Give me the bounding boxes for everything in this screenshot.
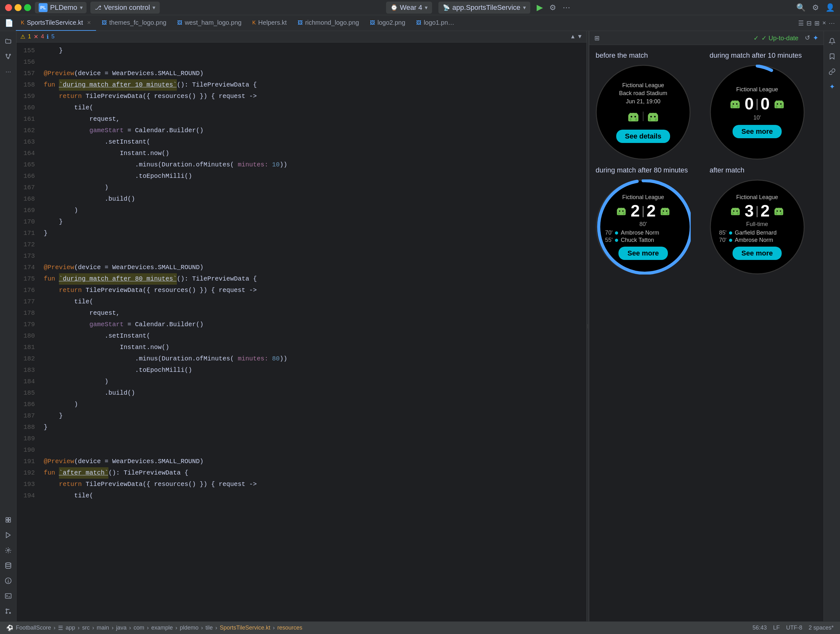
error-badge[interactable]: ✕ 4 xyxy=(33,33,44,40)
code-content-area[interactable]: 155 156 157 158 159 160 161 162 163 164 … xyxy=(16,43,586,621)
tab-west-ham-logo[interactable]: 🖼 west_ham_logo.png xyxy=(172,15,246,31)
svg-rect-3 xyxy=(6,518,8,520)
run-button[interactable]: ▶ xyxy=(537,3,543,13)
code-line-191: @Preview(device = WearDevices.SMALL_ROUN… xyxy=(44,456,586,467)
search-button[interactable]: 🔍 xyxy=(796,3,806,12)
sidebar-warning-icon[interactable] xyxy=(2,574,14,587)
settings-button[interactable]: ⚙ xyxy=(812,3,819,12)
see-details-button[interactable]: See details xyxy=(616,130,670,143)
code-line-165: .minus(Duration.ofMinutes( minutes: 10)) xyxy=(44,159,586,171)
android-icon-home-1 xyxy=(626,109,640,123)
code-line-162: gameStart = Calendar.Builder() xyxy=(44,125,586,136)
indent-indicator: 2 spaces* xyxy=(808,625,834,631)
titlebar-center: ⌚ Wear 4 ▾ 📡 app.SportsTileService ▾ ▶ ⚙… xyxy=(164,2,793,14)
sidebar-plugins-icon[interactable] xyxy=(2,514,14,526)
service-selector[interactable]: 📡 app.SportsTileService ▾ xyxy=(438,2,530,14)
svg-point-47 xyxy=(622,210,624,212)
sidebar-terminal-icon[interactable] xyxy=(2,590,14,602)
svg-rect-36 xyxy=(737,105,738,108)
breadcrumb-text-7: example xyxy=(151,625,173,631)
nav-up-icon[interactable]: ▲ xyxy=(570,33,576,40)
resize-handle[interactable]: ⋮ xyxy=(586,31,589,621)
right-panel-bookmarks-icon[interactable] xyxy=(826,50,838,63)
score-away-3: 2 xyxy=(647,201,656,220)
sidebar-git2-icon[interactable] xyxy=(2,605,14,618)
sidebar-run-configs-icon[interactable] xyxy=(2,529,14,541)
project-selector[interactable]: PL PLDemo ▾ xyxy=(35,2,87,13)
code-line-163: .setInstant( xyxy=(44,136,586,148)
wear-selector[interactable]: ⌚ Wear 4 ▾ xyxy=(386,2,433,14)
score-divider-3: | xyxy=(641,204,644,217)
svg-point-14 xyxy=(6,609,7,610)
code-editor: ⚠ 1 ✕ 4 ℹ 5 ▲ ▼ 155 156 157 158 xyxy=(16,31,586,621)
debug-button[interactable]: ⚙ xyxy=(549,3,556,12)
code-line-173 xyxy=(44,250,586,262)
scorer-dot-4 xyxy=(729,239,732,242)
code-line-186: ) xyxy=(44,399,586,410)
split-vertical-icon[interactable]: ⊟ xyxy=(807,19,812,27)
preview-grid-icon[interactable]: ⊞ xyxy=(594,34,600,42)
code-line-160: tile( xyxy=(44,102,586,114)
right-panel-link-icon[interactable] xyxy=(826,65,838,78)
score-home-4: 3 xyxy=(745,201,754,220)
profile-icon[interactable]: 👤 xyxy=(826,3,835,12)
more-run-icon[interactable]: ⋯ xyxy=(563,3,570,12)
sidebar-db-icon[interactable] xyxy=(2,559,14,572)
minimize-button[interactable] xyxy=(14,4,22,11)
code-line-168: .build() xyxy=(44,193,586,205)
tab-richmond-logo[interactable]: 🖼 richmond_logo.png xyxy=(292,15,364,31)
tab-close-SportsTileService[interactable]: ✕ xyxy=(87,20,91,26)
score-divider-2: | xyxy=(756,97,758,110)
scorer2-name-4: Ambrose Norm xyxy=(735,237,773,243)
tab-label-west-ham-logo: west_ham_logo.png xyxy=(185,19,242,26)
sidebar-design-icon[interactable] xyxy=(2,544,14,557)
svg-point-40 xyxy=(780,103,782,105)
sidebar-git-icon[interactable] xyxy=(2,50,14,63)
right-panel-notifications-icon[interactable] xyxy=(826,35,838,47)
collapse-icon[interactable]: × xyxy=(822,19,826,27)
tab-logo1[interactable]: 🖼 logo1.pn… xyxy=(411,15,459,31)
tab-SportsTileService[interactable]: K SportsTileService.kt ✕ xyxy=(16,15,96,31)
see-more-button-2[interactable]: See more xyxy=(619,247,668,260)
code-line-182: .minus(Duration.ofMinutes( minutes: 80)) xyxy=(44,353,586,365)
svg-point-52 xyxy=(663,210,664,212)
tab-list-icon[interactable]: ☰ xyxy=(798,19,804,27)
sidebar-folder-icon[interactable] xyxy=(2,35,14,47)
watch-minute-2: 10' xyxy=(753,114,761,121)
code-line-166: .toEpochMilli() xyxy=(44,171,586,182)
split-horizontal-icon[interactable]: ⊞ xyxy=(814,19,820,27)
tab-themes-logo[interactable]: 🖼 themes_fc_logo.png xyxy=(97,15,172,31)
project-name: PLDemo xyxy=(50,3,77,12)
version-control-button[interactable]: ⎇ Version control ▾ xyxy=(90,2,160,14)
preview-sparkle-icon[interactable]: ✦ xyxy=(813,34,818,42)
sidebar-more-icon[interactable]: ⋯ xyxy=(2,65,14,78)
watch-during-10: Fictional League xyxy=(710,65,805,160)
preview-refresh-icon[interactable]: ↺ xyxy=(805,34,810,42)
nav-down-icon[interactable]: ▼ xyxy=(577,33,583,40)
svg-point-27 xyxy=(654,116,656,117)
info-badge[interactable]: ℹ 5 xyxy=(47,33,55,40)
code-line-167: ) xyxy=(44,182,586,193)
close-button[interactable] xyxy=(5,4,12,11)
right-panel-ai-icon[interactable]: ✦ xyxy=(826,81,838,93)
tab-helpers[interactable]: K Helpers.kt xyxy=(247,15,292,31)
titlebar-right: 🔍 ⚙ 👤 xyxy=(796,3,835,12)
watch-league-2: Fictional League xyxy=(736,86,778,93)
code-line-180: .setInstant( xyxy=(44,330,586,342)
maximize-button[interactable] xyxy=(24,4,31,11)
score-display-3: 2 | 2 xyxy=(630,201,655,220)
svg-point-65 xyxy=(777,210,778,212)
see-more-button-3[interactable]: See more xyxy=(733,247,782,260)
more-tabs-icon[interactable]: ⋯ xyxy=(829,19,835,27)
see-more-button-1[interactable]: See more xyxy=(733,125,782,138)
svg-point-12 xyxy=(8,582,9,582)
status-bar: ⚽ FootballScore › ☰ app › src › main › j… xyxy=(0,621,840,634)
code-line-183: .toEpochMilli() xyxy=(44,365,586,376)
svg-rect-22 xyxy=(630,118,632,121)
svg-rect-4 xyxy=(8,518,10,520)
breadcrumb-sep-2: › xyxy=(78,625,80,631)
tab-label-helpers: Helpers.kt xyxy=(258,19,287,26)
warning-badge[interactable]: ⚠ 1 xyxy=(20,33,31,40)
tab-logo2[interactable]: 🖼 logo2.png xyxy=(365,15,411,31)
file-tree-toggle[interactable]: 📄 xyxy=(3,15,15,31)
